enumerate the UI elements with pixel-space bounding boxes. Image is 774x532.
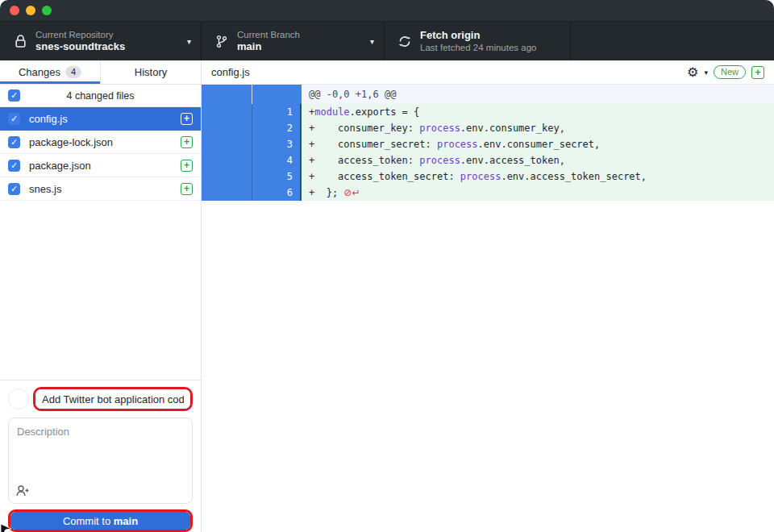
- gutter-new-line-number[interactable]: 3: [252, 136, 302, 152]
- fetch-sublabel: Last fetched 24 minutes ago: [420, 42, 537, 53]
- app-window: Current Repository snes-soundtracks ▾ Cu…: [0, 0, 774, 532]
- commit-form: Commit to main: [0, 380, 201, 532]
- gutter-old[interactable]: [202, 185, 252, 201]
- fetch-origin-button[interactable]: Fetch origin Last fetched 24 minutes ago: [385, 22, 571, 60]
- tab-changes-label: Changes: [19, 66, 60, 78]
- gutter-old[interactable]: [202, 104, 252, 120]
- fetch-label: Fetch origin: [420, 29, 537, 42]
- avatar: [8, 389, 29, 409]
- titlebar: [0, 0, 774, 21]
- gutter-old[interactable]: [202, 120, 252, 136]
- file-row-package-lock-json[interactable]: ✓ package-lock.json +: [0, 131, 201, 154]
- gutter-old[interactable]: [202, 136, 252, 152]
- commit-summary-input[interactable]: [35, 389, 190, 409]
- add-coauthor-icon[interactable]: [16, 484, 30, 497]
- diff-line-content: + consumer_key: process.env.consumer_key…: [302, 120, 774, 136]
- diff-line-4[interactable]: 4 + access_token: process.env.access_tok…: [202, 152, 774, 168]
- hunk-header-row: @@ -0,0 +1,6 @@: [202, 85, 774, 104]
- commit-description-box: [8, 418, 193, 504]
- gutter-old[interactable]: [202, 168, 252, 185]
- changed-files-header: ✓ 4 changed files: [0, 85, 201, 107]
- main-panel: config.js ⚙ ▾ New + @@ -0,0 +1,6 @@ 1: [202, 60, 774, 532]
- no-newline-icon: ⊘↵: [343, 187, 360, 198]
- plus-square-icon[interactable]: +: [751, 66, 764, 79]
- chevron-down-icon: ▾: [181, 37, 191, 46]
- branch-name: main: [237, 40, 300, 53]
- diff-line-content: + access_token: process.env.access_token…: [302, 152, 774, 168]
- gutter-new-line-number[interactable]: 6: [252, 185, 302, 201]
- mouse-cursor-icon: [0, 521, 13, 532]
- file-row-config-js[interactable]: ✓ config.js +: [0, 107, 201, 131]
- toolbar: Current Repository snes-soundtracks ▾ Cu…: [0, 21, 774, 60]
- added-file-icon: +: [181, 160, 193, 172]
- gutter-new-line-number[interactable]: 5: [252, 168, 302, 185]
- diff-line-content: + }; ⊘↵: [302, 185, 774, 201]
- file-row-package-json[interactable]: ✓ package.json +: [0, 154, 201, 177]
- diff-line-6[interactable]: 6 + }; ⊘↵: [202, 185, 774, 201]
- sidebar: Changes 4 History ✓ 4 changed files ✓ co…: [0, 60, 202, 532]
- diff-line-content: + consumer_secret: process.env.consumer_…: [302, 136, 774, 152]
- sync-icon: [396, 35, 414, 48]
- traffic-lights: [10, 6, 52, 15]
- file-checkbox[interactable]: ✓: [8, 113, 20, 125]
- added-file-icon: +: [181, 113, 193, 125]
- file-checkbox[interactable]: ✓: [8, 183, 20, 195]
- toolbar-empty-area: [571, 22, 774, 60]
- commit-description-input[interactable]: [9, 418, 192, 483]
- summary-highlight-annotation: [33, 387, 193, 411]
- diff-line-3[interactable]: 3 + consumer_secret: process.env.consume…: [202, 136, 774, 152]
- zoom-icon[interactable]: [42, 6, 52, 15]
- diff-line-1[interactable]: 1 +module.exports = {: [202, 104, 774, 120]
- chevron-down-icon[interactable]: ▾: [704, 69, 708, 77]
- changed-files-count: 4 changed files: [0, 90, 201, 102]
- file-row-snes-js[interactable]: ✓ snes.js +: [0, 177, 201, 201]
- diff-line-content: +module.exports = {: [302, 104, 774, 120]
- diff-file-name: config.js: [211, 66, 687, 78]
- tab-history[interactable]: History: [100, 60, 201, 84]
- file-checkbox[interactable]: ✓: [8, 136, 20, 148]
- tab-changes[interactable]: Changes 4: [0, 60, 100, 84]
- file-name: package-lock.json: [29, 136, 181, 148]
- lock-icon: [11, 35, 29, 48]
- diff-view: @@ -0,0 +1,6 @@ 1 +module.exports = { 2 …: [202, 85, 774, 201]
- hunk-header-text: @@ -0,0 +1,6 @@: [302, 85, 774, 104]
- sidebar-empty-area: [0, 201, 201, 380]
- repository-name: snes-soundtracks: [35, 40, 125, 53]
- hunk-gutter-new: [252, 85, 302, 104]
- sidebar-tabs: Changes 4 History: [0, 60, 201, 85]
- diff-line-5[interactable]: 5 + access_token_secret: process.env.acc…: [202, 168, 774, 185]
- current-repository-dropdown[interactable]: Current Repository snes-soundtracks ▾: [0, 22, 202, 60]
- gutter-new-line-number[interactable]: 4: [252, 152, 302, 168]
- diff-line-content: + access_token_secret: process.env.acces…: [302, 168, 774, 185]
- new-badge[interactable]: New: [714, 65, 746, 79]
- gutter-new-line-number[interactable]: 1: [252, 104, 302, 120]
- commit-button[interactable]: Commit to main: [10, 512, 190, 530]
- diff-file-header: config.js ⚙ ▾ New +: [202, 60, 774, 85]
- changes-count-badge: 4: [65, 66, 81, 78]
- close-icon[interactable]: [10, 6, 19, 15]
- chevron-down-icon: ▾: [364, 37, 374, 46]
- gear-icon[interactable]: ⚙: [687, 66, 698, 79]
- hunk-gutter-old: [202, 85, 252, 104]
- gutter-new-line-number[interactable]: 2: [252, 120, 302, 136]
- minimize-icon[interactable]: [26, 6, 35, 15]
- gutter-old[interactable]: [202, 152, 252, 168]
- added-file-icon: +: [181, 136, 193, 148]
- file-name: package.json: [29, 160, 181, 172]
- commit-button-highlight-annotation: Commit to main: [8, 509, 193, 532]
- file-name: snes.js: [29, 183, 181, 195]
- branch-label: Current Branch: [237, 29, 300, 40]
- diff-line-2[interactable]: 2 + consumer_key: process.env.consumer_k…: [202, 120, 774, 136]
- tab-history-label: History: [135, 66, 167, 78]
- file-name: config.js: [29, 113, 181, 125]
- repository-label: Current Repository: [35, 29, 125, 40]
- git-branch-icon: [213, 35, 231, 48]
- added-file-icon: +: [181, 183, 193, 195]
- current-branch-dropdown[interactable]: Current Branch main ▾: [202, 22, 385, 60]
- file-checkbox[interactable]: ✓: [8, 160, 20, 172]
